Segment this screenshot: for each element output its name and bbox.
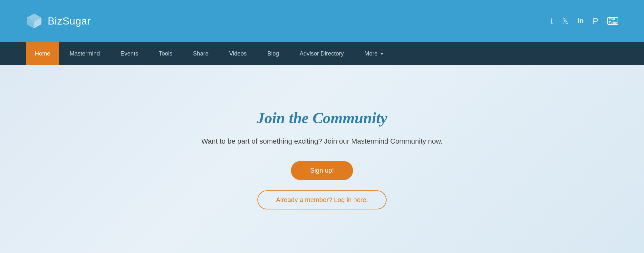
nav-item-advisor-directory[interactable]: Advisor Directory [289,42,354,65]
nav-item-share[interactable]: Share [183,42,219,65]
nav-item-more[interactable]: More ▾ [354,42,393,65]
logo-icon [26,13,43,29]
login-button[interactable]: Already a member? Log in here. [257,190,387,209]
social-icons: f 𝕏 in P YouTube [550,16,618,26]
page-subtitle: Want to be part of something exciting? J… [201,137,443,146]
main-content: Join the Community Want to be part of so… [0,65,644,253]
main-nav: Home Mastermind Events Tools Share Video… [0,42,644,65]
youtube-icon[interactable]: YouTube [607,17,618,25]
page-title: Join the Community [257,109,387,127]
logo-area[interactable]: BizSugar [26,13,91,29]
nav-item-home[interactable]: Home [26,42,59,65]
chevron-down-icon: ▾ [381,51,383,56]
nav-item-mastermind[interactable]: Mastermind [59,42,110,65]
pinterest-icon[interactable]: P [593,16,598,26]
logo-text: BizSugar [48,15,91,27]
nav-item-tools[interactable]: Tools [149,42,183,65]
facebook-icon[interactable]: f [550,16,553,26]
nav-item-blog[interactable]: Blog [257,42,289,65]
signup-button[interactable]: Sign up! [291,161,353,180]
site-header: BizSugar f 𝕏 in P YouTube [0,0,644,42]
twitter-icon[interactable]: 𝕏 [562,16,568,25]
nav-item-videos[interactable]: Videos [219,42,257,65]
linkedin-icon[interactable]: in [577,17,584,25]
nav-item-events[interactable]: Events [110,42,149,65]
